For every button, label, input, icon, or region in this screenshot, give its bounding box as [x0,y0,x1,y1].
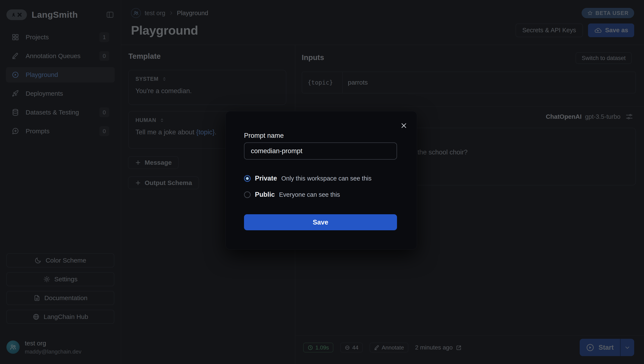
close-icon[interactable] [400,122,408,129]
private-label[interactable]: Private [255,174,277,182]
save-prompt-dialog: Prompt name Private Only this workspace … [226,111,417,250]
public-label[interactable]: Public [255,191,275,198]
prompt-name-label: Prompt name [244,132,284,140]
prompt-name-input[interactable] [244,142,397,160]
private-option[interactable]: Private Only this workspace can see this [244,174,372,183]
private-description: Only this workspace can see this [281,175,371,182]
public-description: Everyone can see this [279,191,340,198]
langsmith-app: LangSmith Projects 1 Annotation Queues 0… [0,0,644,364]
private-radio[interactable] [244,175,251,182]
public-radio[interactable] [244,192,251,198]
save-button[interactable]: Save [244,214,397,230]
public-option[interactable]: Public Everyone can see this [244,190,340,199]
save-label: Save [313,218,328,226]
